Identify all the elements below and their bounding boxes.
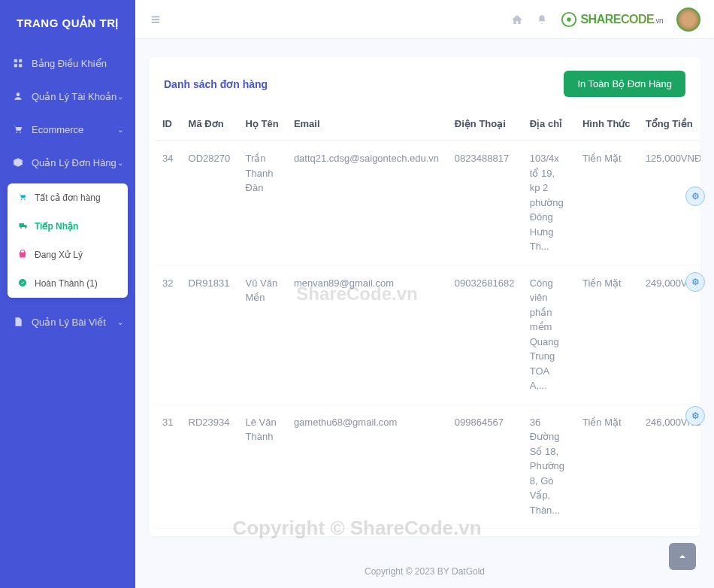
- svg-point-12: [19, 279, 26, 286]
- sidebar-item-label: Quản Lý Đơn Hàng: [32, 157, 116, 168]
- main: SHARECODE.vn Danh sách đơn hàng In Toàn …: [135, 0, 714, 588]
- cell-address: 103/4x tổ 19, kp 2 phường Đông Hưng Th..…: [522, 141, 575, 265]
- submenu-label: Đang Xử Lý: [35, 250, 83, 260]
- svg-point-6: [20, 132, 21, 133]
- cell-phone: 09032681682: [447, 265, 522, 404]
- bell-icon[interactable]: [537, 14, 547, 26]
- svg-point-5: [16, 132, 17, 133]
- table-header-row: ID Mã Đơn Họ Tên Email Điện Thoại Địa ch…: [155, 108, 700, 141]
- th-id[interactable]: ID: [155, 108, 181, 141]
- cell-address: Công viên phần mềm Quang Trung TOA A,...: [522, 265, 575, 404]
- svg-point-11: [25, 227, 26, 229]
- dashboard-icon: [12, 57, 24, 69]
- chevron-down-icon: ⌄: [117, 92, 123, 101]
- sidebar-item-label: Quản Lý Tài Khoản: [32, 91, 116, 102]
- card-title: Danh sách đơn hàng: [164, 78, 268, 90]
- cell-address: 36 Đường Số 18, Phường 8, Gò Vấp, Thàn..…: [522, 404, 575, 529]
- table-row: 31RD23934Lê Văn Thànhgamethu68@gmail.com…: [155, 404, 700, 529]
- th-code[interactable]: Mã Đơn: [181, 108, 238, 141]
- th-phone[interactable]: Điện Thoại: [447, 108, 522, 141]
- th-address[interactable]: Địa chỉ: [522, 108, 575, 141]
- cell-name: Trần Thanh Đàn: [238, 141, 286, 265]
- footer: Copyright © 2023 BY DatGold: [135, 554, 714, 588]
- svg-point-4: [17, 92, 20, 96]
- float-widget-icon[interactable]: ⚙: [685, 406, 705, 426]
- sidebar-item-dashboard[interactable]: Bảng Điều Khiển: [0, 47, 135, 80]
- float-widget-icon[interactable]: ⚙: [685, 272, 705, 292]
- scroll-top-button[interactable]: [669, 543, 696, 570]
- cart-icon: [12, 123, 24, 135]
- logo[interactable]: SHARECODE.vn: [561, 11, 663, 28]
- th-email[interactable]: Email: [286, 108, 447, 141]
- logo-icon: [561, 11, 577, 28]
- submenu-received[interactable]: Tiếp Nhận: [8, 212, 128, 241]
- cell-code: RD23934: [181, 404, 238, 529]
- sidebar-item-orders[interactable]: Quản Lý Đơn Hàng ⌄: [0, 146, 135, 179]
- th-method[interactable]: Hình Thức: [575, 108, 638, 141]
- home-icon[interactable]: [511, 14, 523, 26]
- print-all-button[interactable]: In Toàn Bộ Đơn Hàng: [564, 71, 685, 97]
- th-total[interactable]: Tổng Tiền: [638, 108, 700, 141]
- table-scroll[interactable]: ID Mã Đơn Họ Tên Email Điện Thoại Địa ch…: [149, 108, 700, 536]
- submenu-completed[interactable]: Hoàn Thành (1): [8, 269, 128, 298]
- sidebar-item-accounts[interactable]: Quản Lý Tài Khoản ⌄: [0, 80, 135, 113]
- cell-email: gamethu68@gmail.com: [286, 404, 447, 529]
- cart-icon: [18, 192, 29, 203]
- chevron-down-icon: ⌄: [117, 159, 123, 167]
- float-widget-icon[interactable]: ⚙: [685, 186, 705, 206]
- submenu-processing[interactable]: Đang Xử Lý: [8, 241, 128, 269]
- sidebar-item-label: Bảng Điều Khiển: [32, 58, 107, 69]
- cell-email: dattq21.cdsg@saigontech.edu.vn: [286, 141, 447, 265]
- sidebar-item-label: Ecommerce: [32, 124, 83, 135]
- cell-name: Vũ Văn Mền: [238, 265, 286, 404]
- sidebar-title: TRANG QUẢN TRỊ: [0, 0, 135, 47]
- svg-rect-3: [19, 64, 22, 67]
- sidebar: TRANG QUẢN TRỊ Bảng Điều Khiển Quản Lý T…: [0, 0, 135, 588]
- th-name[interactable]: Họ Tên: [238, 108, 286, 141]
- bag-icon: [18, 250, 29, 260]
- sidebar-item-ecommerce[interactable]: Ecommerce ⌄: [0, 113, 135, 146]
- document-icon: [12, 316, 24, 328]
- submenu-label: Tất cả đơn hàng: [35, 192, 101, 203]
- cell-id: 31: [155, 404, 181, 529]
- svg-point-17: [567, 17, 572, 22]
- cell-id: 34: [155, 141, 181, 265]
- submenu-label: Tiếp Nhận: [35, 221, 78, 232]
- svg-point-10: [20, 227, 22, 229]
- svg-rect-0: [14, 59, 17, 62]
- cell-email: menvan89@gmail.com: [286, 265, 447, 404]
- submenu-all-orders[interactable]: Tất cả đơn hàng: [8, 183, 128, 212]
- orders-table: ID Mã Đơn Họ Tên Email Điện Thoại Địa ch…: [155, 108, 700, 529]
- svg-point-8: [24, 199, 26, 201]
- sidebar-item-posts[interactable]: Quản Lý Bài Viết ⌄: [0, 305, 135, 338]
- svg-rect-2: [14, 64, 17, 67]
- cell-name: Lê Văn Thành: [238, 404, 286, 529]
- cell-method: Tiền Mặt: [575, 265, 638, 404]
- sidebar-item-label: Quản Lý Bài Viết: [32, 317, 106, 328]
- submenu-label: Hoàn Thành (1): [35, 278, 98, 289]
- user-icon: [12, 90, 24, 102]
- topbar: SHARECODE.vn: [135, 0, 714, 39]
- cell-method: Tiền Mặt: [575, 404, 638, 529]
- svg-rect-9: [20, 223, 25, 227]
- orders-card: Danh sách đơn hàng In Toàn Bộ Đơn Hàng I…: [149, 57, 700, 536]
- submenu-orders: Tất cả đơn hàng Tiếp Nhận Đang Xử Lý Hoà…: [8, 183, 128, 298]
- svg-rect-1: [19, 59, 22, 62]
- logo-text: SHARECODE.vn: [580, 13, 663, 26]
- chevron-down-icon: ⌄: [117, 126, 123, 134]
- svg-point-7: [21, 199, 23, 201]
- box-icon: [12, 156, 24, 168]
- table-row: 34OD28270Trần Thanh Đàndattq21.cdsg@saig…: [155, 141, 700, 265]
- cell-id: 32: [155, 265, 181, 404]
- avatar[interactable]: [676, 8, 700, 32]
- check-circle-icon: [18, 278, 29, 289]
- chevron-down-icon: ⌄: [117, 318, 123, 326]
- cell-code: DR91831: [181, 265, 238, 404]
- cell-code: OD28270: [181, 141, 238, 265]
- cell-method: Tiền Mặt: [575, 141, 638, 265]
- hamburger-icon[interactable]: [149, 14, 162, 25]
- table-row: 32DR91831Vũ Văn Mềnmenvan89@gmail.com090…: [155, 265, 700, 404]
- truck-icon: [18, 221, 29, 232]
- cell-phone: 0823488817: [447, 141, 522, 265]
- cell-phone: 099864567: [447, 404, 522, 529]
